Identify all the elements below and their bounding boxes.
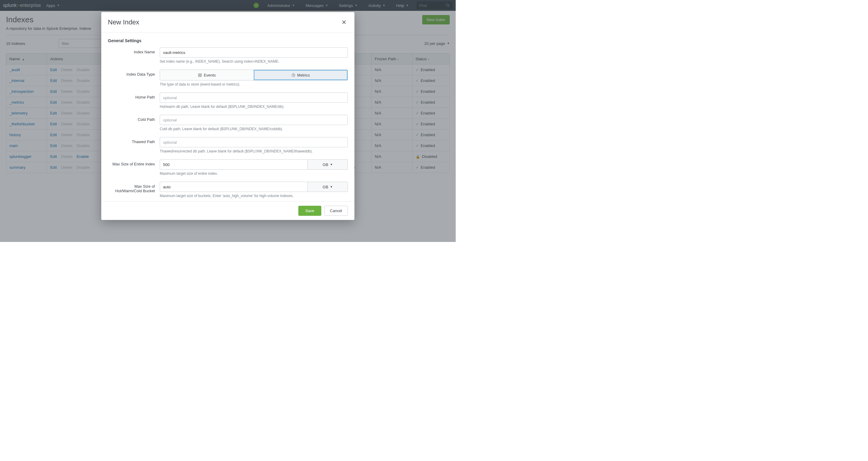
max-bucket-size-unit[interactable]: GB▼	[308, 182, 348, 192]
hint-index-name: Set index name (e.g., INDEX_NAME). Searc…	[160, 59, 348, 64]
events-icon	[198, 73, 202, 77]
cold-path-input[interactable]	[160, 115, 348, 125]
index-data-type-toggle: Events Metrics	[160, 70, 348, 81]
max-bucket-size-input[interactable]	[160, 182, 308, 192]
close-icon[interactable]: ✕	[340, 18, 348, 27]
save-button[interactable]: Save	[299, 206, 321, 216]
hint-max-index: Maximum target size of entire index.	[160, 172, 348, 176]
label-index-name: Index Name	[108, 47, 160, 54]
home-path-input[interactable]	[160, 92, 348, 103]
hint-thawed-path: Thawed/resurrected db path. Leave blank …	[160, 149, 348, 153]
max-index-size-input[interactable]	[160, 159, 308, 170]
thawed-path-input[interactable]	[160, 137, 348, 147]
datatype-metrics-option[interactable]: Metrics	[254, 70, 347, 80]
label-thawed-path: Thawed Path	[108, 137, 160, 144]
modal-overlay: New Index ✕ General Settings Index Name …	[0, 0, 456, 242]
hint-home-path: Hot/warm db path. Leave blank for defaul…	[160, 104, 348, 109]
label-max-index-size: Max Size of Entire Index	[108, 159, 160, 166]
max-index-size-unit[interactable]: GB▼	[308, 159, 348, 170]
modal-title: New Index	[108, 19, 139, 26]
label-home-path: Home Path	[108, 92, 160, 99]
hint-max-bucket: Maximum target size of buckets. Enter 'a…	[160, 194, 348, 198]
label-cold-path: Cold Path	[108, 115, 160, 122]
new-index-modal: New Index ✕ General Settings Index Name …	[101, 12, 354, 220]
index-name-input[interactable]	[160, 47, 348, 58]
hint-cold-path: Cold db path. Leave blank for default ($…	[160, 127, 348, 131]
label-index-data-type: Index Data Type	[108, 70, 160, 76]
hint-data-type: The type of data to store (event-based o…	[160, 82, 348, 87]
section-general-settings: General Settings	[108, 38, 348, 43]
metrics-icon	[291, 73, 296, 77]
cancel-button[interactable]: Cancel	[324, 206, 348, 216]
datatype-events-option[interactable]: Events	[160, 70, 254, 80]
label-max-bucket-size: Max Size of Hot/Warm/Cold Bucket	[108, 182, 160, 193]
